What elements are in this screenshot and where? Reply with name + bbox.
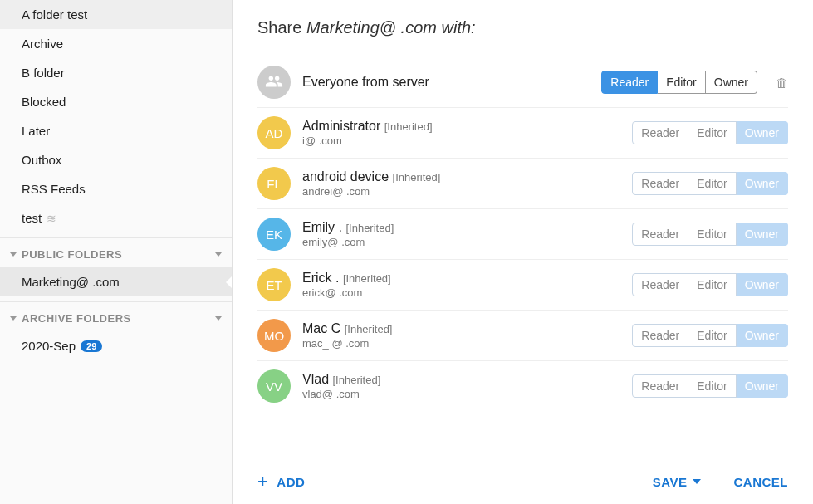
role-owner-button[interactable]: Owner [737,374,788,398]
sidebar-item[interactable]: 2020-Sep29 [0,331,232,360]
archive-folders-header[interactable]: ARCHIVE FOLDERS [0,301,232,331]
share-rows: Everyone from server ReaderEditorOwner🗑A… [257,57,788,456]
sidebar-item-label: 2020-Sep [22,339,76,353]
role-group: ReaderEditorOwner [632,121,788,144]
user-name: Mac C [Inherited] [302,321,620,336]
role-reader-button[interactable]: Reader [632,324,688,347]
avatar: EK [257,218,291,251]
role-editor-button[interactable]: Editor [688,273,737,296]
user-name: Emily . [Inherited] [302,220,620,235]
sidebar-item-label: A folder test [22,7,87,22]
share-folder-name: Marketing@ [306,18,396,37]
role-reader-button[interactable]: Reader [632,223,688,246]
sidebar-item-label: test [22,211,42,225]
role-owner-button[interactable]: Owner [737,172,788,195]
row-info: Administrator [Inherited] i@ .com [302,119,620,147]
avatar: AD [257,116,291,149]
plus-icon: + [257,472,268,491]
sidebar-item-label: Blocked [22,95,66,109]
role-group: ReaderEditorOwner [632,273,788,296]
user-name: Erick . [Inherited] [302,271,620,286]
save-button[interactable]: SAVE [653,475,701,489]
role-editor-button[interactable]: Editor [658,71,706,94]
user-name: Vlad [Inherited] [302,372,620,387]
role-group: ReaderEditorOwner [632,324,788,347]
sidebar-item[interactable]: Outbox [0,145,232,174]
sidebar-item[interactable]: Blocked [0,87,232,116]
user-name: Administrator [Inherited] [302,119,620,134]
sidebar-item[interactable]: Later [0,116,232,145]
add-button[interactable]: + ADD [257,472,305,491]
share-row: MOMac C [Inherited]mac_ @ .comReaderEdit… [257,311,788,361]
archive-folders-label: ARCHIVE FOLDERS [22,312,131,325]
share-footer: + ADD SAVE CANCEL [257,456,788,491]
caret-icon [10,316,17,321]
user-name: android device [Inherited] [302,169,620,184]
sidebar-item[interactable]: RSS Feeds [0,174,232,203]
sidebar-item-label: B folder [22,66,65,80]
sidebar-item-label: Marketing@ .com [22,275,120,289]
inherited-tag: [Inherited] [345,323,393,335]
sidebar-item-marketing[interactable]: Marketing@ .com [0,267,232,296]
share-suffix: .com with: [396,18,476,37]
user-email: vlad@ .com [302,388,620,400]
row-info: android device [Inherited]andrei@ .com [302,169,620,198]
role-reader-button[interactable]: Reader [632,172,688,195]
sidebar-item[interactable]: A folder test [0,0,232,29]
share-row: Everyone from server ReaderEditorOwner🗑 [257,57,788,108]
user-email: andrei@ .com [302,185,620,198]
avatar: FL [257,167,291,200]
rss-icon: ≋ [47,212,56,225]
user-email: mac_ @ .com [302,337,620,350]
cancel-button[interactable]: CANCEL [734,475,789,489]
role-reader-button[interactable]: Reader [632,273,688,296]
public-folders-label: PUBLIC FOLDERS [22,248,122,261]
role-editor-button[interactable]: Editor [688,121,737,144]
user-name: Everyone from server [302,75,590,90]
user-email: emily@ .com [302,236,620,248]
row-info: Erick . [Inherited]erick@ .com [302,271,620,299]
group-icon [265,72,283,93]
role-owner-button[interactable]: Owner [706,71,757,94]
role-reader-button[interactable]: Reader [601,71,658,94]
role-editor-button[interactable]: Editor [688,172,737,195]
row-info: Emily . [Inherited]emily@ .com [302,220,620,248]
share-panel: Share Marketing@ .com with: Everyone fro… [233,0,813,504]
share-row: ETErick . [Inherited]erick@ .comReaderEd… [257,260,788,311]
role-reader-button[interactable]: Reader [632,374,688,398]
inherited-tag: [Inherited] [384,120,433,133]
role-editor-button[interactable]: Editor [688,374,737,398]
role-reader-button[interactable]: Reader [632,121,688,144]
inherited-tag: [Inherited] [345,222,394,234]
trash-icon[interactable]: 🗑 [776,76,788,90]
share-prefix: Share [257,18,306,37]
sidebar-item[interactable]: B folder [0,58,232,87]
role-group: ReaderEditorOwner [632,172,788,195]
sidebar-item[interactable]: test≋ [0,203,232,232]
role-editor-button[interactable]: Editor [688,324,737,347]
caret-icon [10,252,17,257]
avatar [257,66,291,99]
role-owner-button[interactable]: Owner [737,223,788,246]
chevron-down-icon[interactable] [215,252,222,257]
avatar: MO [257,319,291,352]
role-group: ReaderEditorOwner [601,71,757,94]
share-row: FLandroid device [Inherited]andrei@ .com… [257,159,788,209]
avatar: ET [257,268,291,301]
sidebar-item-label: Later [22,124,50,138]
role-group: ReaderEditorOwner [632,374,788,398]
role-owner-button[interactable]: Owner [737,121,788,144]
inherited-tag: [Inherited] [343,272,391,285]
row-info: Everyone from server [302,75,590,90]
save-label: SAVE [653,475,688,489]
row-info: Mac C [Inherited]mac_ @ .com [302,321,620,350]
sidebar-item[interactable]: Archive [0,29,232,58]
sidebar: A folder testArchiveB folderBlockedLater… [0,0,233,504]
role-owner-button[interactable]: Owner [737,324,788,347]
chevron-down-icon[interactable] [215,316,222,321]
public-folders-header[interactable]: PUBLIC FOLDERS [0,237,232,267]
cancel-label: CANCEL [734,475,789,489]
role-editor-button[interactable]: Editor [688,223,737,246]
role-owner-button[interactable]: Owner [737,273,788,296]
share-row: EKEmily . [Inherited]emily@ .comReaderEd… [257,209,788,260]
